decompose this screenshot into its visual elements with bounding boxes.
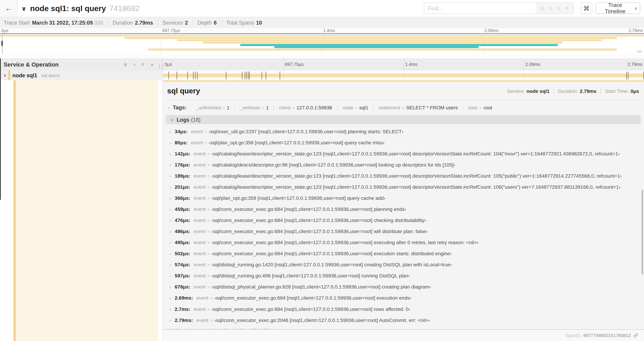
log-tick [242,71,242,79]
span-id-footer: SpanID: 4877749850101760812 [163,330,644,341]
summary-value: 10 [256,20,262,26]
span-service-name: node sql1 [12,72,37,78]
log-timestamp: 2.69ms: [175,295,193,301]
log-row[interactable]: ›80μs:event=‹sql/plan_opt.go:358 [nsql1,… [163,137,644,148]
tag-item[interactable]: _verbose=1 [235,105,274,110]
log-row[interactable]: ›176μs:event=‹sql/catalog/descs/descript… [163,159,644,171]
tags-accordion-row[interactable]: › Tags: _unfinished=1_verbose=1client=12… [168,103,644,112]
back-button[interactable]: ← [0,0,18,17]
span-row-timeline-cell[interactable] [162,70,644,81]
span-operation-name: sql query [42,73,60,78]
log-row[interactable]: ›2.79ms:event=‹sql/conn_executor_exec.go… [163,315,644,326]
log-field-name: event [194,251,206,256]
log-field-name: event [191,140,203,146]
vertical-scrollbar-thumb[interactable] [642,190,643,275]
left-edge-scrollbar[interactable] [0,58,1,200]
ruler-tick-label: 2.79ms [628,28,643,33]
log-row[interactable]: ›486μs:event=‹sql/conn_executor_exec.go:… [163,226,644,237]
log-row[interactable]: ›142μs:event=‹sql/catalog/lease/descript… [163,148,644,159]
log-field-name: event [194,284,206,290]
trace-summary-item: Total Spans10 [226,20,266,26]
find-input[interactable] [424,3,536,14]
log-row[interactable]: ›2.7ms:event=‹sql/conn_executor_exec.go:… [163,304,644,315]
detail-title-row: sql query Service:node sql1Duration:2.79… [163,82,644,97]
span-id-value: 4877749850101760812 [583,333,631,338]
logs-label: Logs [176,117,190,123]
log-row[interactable]: ›574μs:event=‹sql/distsql_running.go:142… [163,259,644,270]
span-detail-card: sql query Service:node sql1Duration:2.79… [163,80,644,330]
previous-match-icon[interactable]: ∧ [549,6,552,11]
span-expander-chevron-icon[interactable]: ∨ [3,73,6,78]
equals-sign: = [206,196,212,200]
tag-item[interactable]: user=root [463,105,497,110]
locate-match-icon[interactable]: ◎ [540,6,544,11]
minimap-canvas[interactable] [0,33,644,55]
column-resizer-handle[interactable] [159,65,162,69]
trace-collapse-chevron-icon[interactable]: ∨ [21,5,26,12]
log-row[interactable]: ›495μs:event=‹sql/conn_executor_exec.go:… [163,237,644,248]
log-row[interactable]: ›366μs:event=‹sql/plan_opt.go:358 [nsql1… [163,193,644,204]
log-timestamp: 2.7ms: [175,306,190,312]
log-row[interactable]: ›459μs:event=‹sql/conn_executor_exec.go:… [163,204,644,215]
minimap-scrubber-handle[interactable] [1,41,3,46]
jaeger-trace-timeline-page: ← ∨ node sql1: sql query 7418682 ◎∧∨✕ ⌘ … [0,0,644,341]
trace-summary-item: Services2 [162,20,193,26]
log-tick [226,71,226,79]
log-row[interactable]: ›678μs:event=‹sql/distsql_physical_plann… [163,281,644,293]
chevron-right-icon: › [170,163,171,167]
clear-search-icon[interactable]: ✕ [565,6,569,11]
log-field-value: ‹sql/catalog/lease/descriptor_version_st… [212,173,622,179]
expand-collapse-controls: ∨›»» [124,61,154,67]
chevron-right-icon: › [170,318,171,323]
tag-item[interactable]: client=127.0.0.1:59936 [274,105,338,110]
chevron-right-icon: › [170,207,171,212]
log-row[interactable]: ›502μs:event=‹sql/conn_executor_exec.go:… [163,248,644,259]
expand-one-icon[interactable]: › [134,61,135,67]
keyboard-shortcuts-button[interactable]: ⌘ [581,3,592,14]
collapse-all-icon[interactable]: » [140,63,146,66]
tag-item[interactable]: _unfinished=1 [191,105,235,110]
next-match-icon[interactable]: ∨ [557,6,560,11]
collapse-one-icon[interactable]: ∨ [124,61,128,67]
logs-accordion-header[interactable]: ∨ Logs (18) [166,115,640,124]
service-operation-label: Service & Operation [4,61,58,68]
log-row[interactable]: ›34μs:event=‹sql/exec_util.go:2297 [nsql… [163,126,644,137]
log-row[interactable]: ›189μs:event=‹sql/catalog/lease/descript… [163,171,644,182]
log-field-value: ‹sql/conn_executor_exec.go:684 [nsql1,cl… [212,229,428,234]
log-field-name: event [194,184,206,190]
log-row[interactable]: ›597μs:event=‹sql/distsql_running.go:498… [163,270,644,281]
view-selector-button[interactable]: Trace Timeline ∨ [596,3,640,14]
tag-item[interactable]: statement=SELECT * FROM users [374,105,463,110]
copy-link-icon[interactable] [633,333,638,338]
log-timestamp: 574μs: [175,262,190,267]
find-group: ◎∧∨✕ [424,3,574,14]
back-arrow-icon: ← [5,4,12,13]
log-timestamp: 486μs: [175,229,190,234]
log-field-value: ‹sql/catalog/lease/descriptor_version_st… [212,184,620,190]
tag-key: client [279,105,290,110]
log-row[interactable]: ›201μs:event=‹sql/catalog/lease/descript… [163,182,644,193]
ruler-tick-label: 697.75μs [162,28,180,33]
tag-key: _unfinished [196,105,221,110]
span-duration-bar[interactable] [163,73,644,77]
tag-key: node [342,105,353,110]
summary-value: March 31 2022, 17:25:09 [32,20,93,26]
log-row[interactable]: ›2.69ms:event=‹sql/conn_executor_exec.go… [163,293,644,304]
log-tick [193,71,193,79]
summary-label: Duration [113,20,133,26]
tag-item[interactable]: node=sql1 [338,105,374,110]
log-field-name: event [194,273,206,279]
expand-all-icon[interactable]: » [150,61,154,67]
detail-divider [167,100,639,100]
log-field-value: ‹sql/plan_opt.go:358 [nsql1,client=127.0… [212,195,385,201]
minimap-ruler: 0μs697.75μs1.4ms2.09ms2.79ms [0,28,644,33]
span-row-name-cell[interactable]: ∨ node sql1 sql query [0,70,162,81]
view-selector-label: Trace Timeline [598,2,632,14]
log-row[interactable]: ›476μs:event=‹sql/conn_executor_exec.go:… [163,215,644,226]
chevron-right-icon: › [170,229,171,234]
log-tick [266,71,266,79]
detail-meta-item: Start Time:0μs [601,88,639,94]
log-timestamp: 495μs: [175,240,190,245]
summary-value-suffix: .326 [93,20,103,26]
timeline-ruler: 0μs697.75μs1.4ms2.09ms2.79ms [162,58,644,71]
